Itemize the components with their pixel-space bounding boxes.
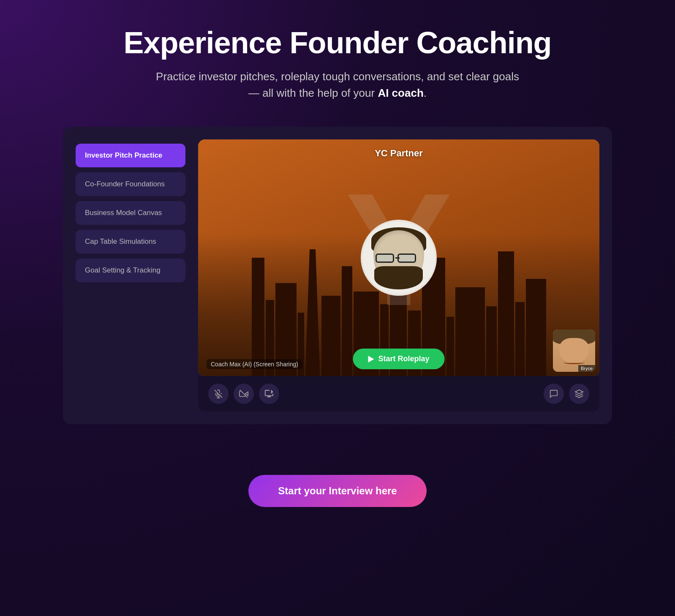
sketch-face [365, 224, 433, 292]
hero-subtitle: Practice investor pitches, roleplay toug… [156, 68, 519, 101]
main-card: Investor Pitch Practice Co-Founder Found… [63, 127, 612, 424]
camera-toggle-button[interactable] [234, 384, 254, 404]
bryce-avatar: Bryce [553, 330, 595, 372]
main-avatar [361, 220, 437, 296]
page-title: Experience Founder Coaching [123, 25, 551, 60]
bryce-label: Bryce [578, 365, 595, 372]
layers-icon [574, 389, 584, 398]
sidebar-item-cap-table[interactable]: Cap Table Simulations [76, 230, 185, 253]
sidebar-item-investor-pitch[interactable]: Investor Pitch Practice [76, 144, 185, 167]
mic-toggle-button[interactable] [208, 384, 229, 404]
video-area: Y [198, 139, 599, 376]
svg-marker-3 [245, 392, 248, 395]
sidebar-item-business-model[interactable]: Business Model Canvas [76, 201, 185, 225]
layers-button[interactable] [569, 384, 589, 404]
sidebar: Investor Pitch Practice Co-Founder Found… [76, 139, 185, 412]
start-interview-button[interactable]: Start your Interview here [248, 475, 426, 507]
sidebar-item-goal-setting[interactable]: Goal Setting & Tracking [76, 259, 185, 282]
controls-right [544, 384, 589, 404]
sidebar-item-cofounder[interactable]: Co-Founder Foundations [76, 172, 185, 196]
controls-bar [198, 376, 599, 412]
yc-background: Y [198, 139, 599, 376]
content-area: Y [198, 139, 599, 412]
yc-partner-label: YC Partner [375, 148, 423, 159]
screen-share-icon [264, 389, 274, 398]
camera-off-icon [239, 389, 248, 398]
chat-icon [549, 389, 558, 398]
screen-share-button[interactable] [259, 384, 279, 404]
controls-left [208, 384, 279, 404]
play-icon [368, 356, 374, 363]
start-roleplay-button[interactable]: Start Roleplay [353, 349, 444, 369]
svg-marker-7 [575, 390, 583, 394]
coach-label: Coach Max (AI) (Screen Sharing) [207, 359, 302, 369]
mic-off-icon [214, 389, 223, 398]
chat-button[interactable] [544, 384, 564, 404]
